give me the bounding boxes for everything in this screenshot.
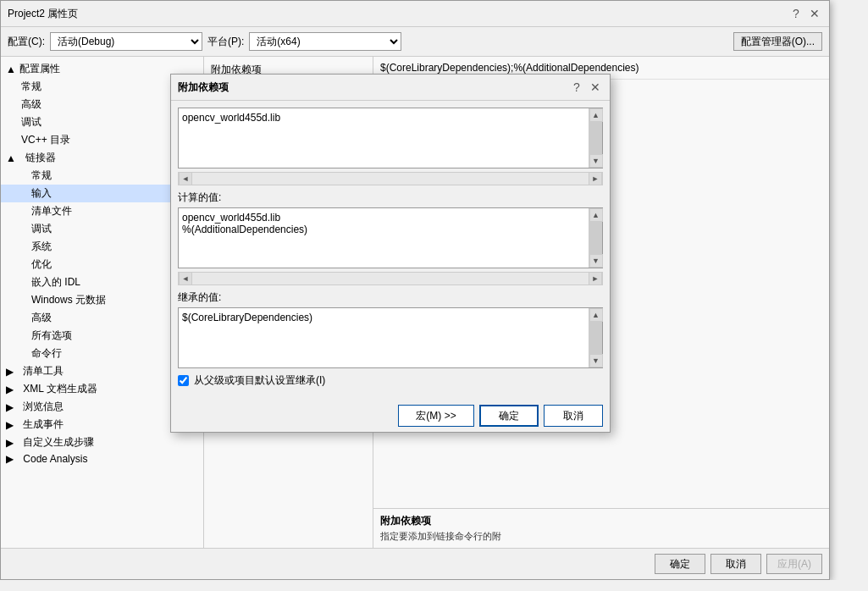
bottom-section-desc: 指定要添加到链接命令行的附 (380, 530, 822, 543)
computed-value-1: opencv_world455d.lib (182, 212, 585, 224)
inherit-checkbox[interactable] (178, 375, 189, 386)
platform-select[interactable]: 活动(x64) (249, 32, 401, 51)
checkbox-row: 从父级或项目默认设置继承(I) (178, 373, 603, 388)
computed-scroll-thumb[interactable] (589, 222, 602, 254)
platform-label: 平台(P): (207, 35, 244, 49)
hscroll-right-arrow[interactable]: ► (589, 172, 602, 185)
modal-title-controls: ? ✕ (569, 80, 603, 95)
hscroll-track[interactable] (192, 173, 589, 185)
inherited-area: $(CoreLibraryDependencies) ▲ ▼ (178, 307, 603, 368)
computed-area: opencv_world455d.lib %(AdditionalDepende… (178, 207, 603, 268)
tree-item-code-analysis[interactable]: ▶ Code Analysis (1, 451, 203, 467)
input-scrollbar: ▲ ▼ (589, 108, 602, 168)
scroll-up-arrow[interactable]: ▲ (589, 108, 603, 122)
computed-scrollbar: ▲ ▼ (589, 208, 602, 268)
inherited-scroll-up[interactable]: ▲ (589, 308, 603, 322)
computed-content: opencv_world455d.lib %(AdditionalDepende… (179, 208, 589, 268)
title-bar: Project2 属性页 ? ✕ (1, 1, 829, 27)
title-bar-controls: ? ✕ (788, 6, 822, 21)
hscroll-left-arrow[interactable]: ◄ (179, 172, 192, 185)
tree-item-custom-build[interactable]: ▶ 自定义生成步骤 (1, 434, 203, 451)
input-area: opencv_world455d.lib ▲ ▼ (178, 108, 603, 168)
computed-hscroll: ◄ ► (178, 272, 603, 285)
computed-value-2: %(AdditionalDependencies) (182, 224, 585, 235)
modal-close-button[interactable]: ✕ (588, 80, 603, 95)
modal-dialog: 附加依赖项 ? ✕ opencv_world455d.lib ▲ ▼ (170, 74, 611, 433)
computed-hscroll-track[interactable] (192, 273, 589, 284)
computed-hscroll-left[interactable]: ◄ (179, 272, 192, 285)
modal-body: opencv_world455d.lib ▲ ▼ ◄ ► 计算的值: (171, 101, 610, 400)
main-window: Project2 属性页 ? ✕ 配置(C): 活动(Debug) 平台(P):… (0, 0, 830, 580)
modal-help-button[interactable]: ? (569, 80, 584, 95)
modal-cancel-button[interactable]: 取消 (544, 405, 603, 427)
modal-ok-button[interactable]: 确定 (479, 405, 539, 427)
computed-scroll-down[interactable]: ▼ (589, 254, 603, 268)
footer-cancel-button[interactable]: 取消 (710, 554, 761, 574)
computed-scroll-up[interactable]: ▲ (589, 208, 603, 222)
inherited-value-1: $(CoreLibraryDependencies) (182, 312, 585, 323)
window-title: Project2 属性页 (8, 7, 78, 21)
footer-ok-button[interactable]: 确定 (655, 554, 705, 574)
toolbar-row: 配置(C): 活动(Debug) 平台(P): 活动(x64) 配置管理器(O)… (1, 27, 829, 57)
content-area: ▲ 配置属性 常规 高级 调试 VC++ 目录 ▲ 链接器 常规 输入 清单文件… (1, 57, 829, 548)
config-manager-button[interactable]: 配置管理器(O)... (733, 32, 822, 51)
config-label: 配置(C): (8, 35, 45, 49)
input-hscroll: ◄ ► (178, 172, 603, 185)
inherited-scroll-thumb[interactable] (589, 322, 602, 354)
modal-title-bar: 附加依赖项 ? ✕ (171, 75, 610, 101)
footer-buttons: 确定 取消 应用(A) (1, 548, 829, 579)
inherited-label: 继承的值: (178, 290, 603, 305)
modal-footer: 宏(M) >> 确定 取消 (171, 400, 610, 432)
computed-hscroll-right[interactable]: ► (589, 272, 602, 285)
help-button[interactable]: ? (788, 6, 804, 21)
scroll-thumb[interactable] (589, 122, 602, 154)
config-select[interactable]: 活动(Debug) (50, 32, 202, 51)
footer-apply-button[interactable]: 应用(A) (766, 554, 822, 574)
scroll-down-arrow[interactable]: ▼ (589, 154, 603, 168)
inherited-scrollbar: ▲ ▼ (589, 308, 602, 367)
bottom-section-title: 附加依赖项 (380, 514, 822, 528)
modal-title: 附加依赖项 (178, 80, 229, 95)
macro-button[interactable]: 宏(M) >> (398, 405, 474, 427)
inherited-scroll-down[interactable]: ▼ (589, 354, 603, 367)
input-textarea[interactable]: opencv_world455d.lib (179, 108, 589, 168)
computed-label: 计算的值: (178, 191, 603, 205)
expand-arrow: ▲ (6, 64, 16, 75)
checkbox-label: 从父级或项目默认设置继承(I) (194, 373, 325, 388)
inherited-content: $(CoreLibraryDependencies) (179, 308, 589, 367)
close-button[interactable]: ✕ (807, 6, 822, 21)
